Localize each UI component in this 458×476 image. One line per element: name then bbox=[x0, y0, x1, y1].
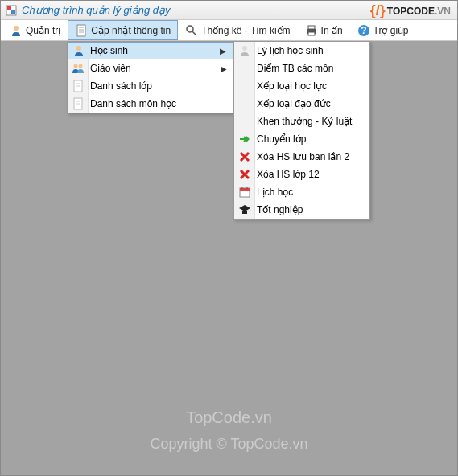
svg-rect-12 bbox=[308, 32, 315, 35]
search-icon bbox=[185, 24, 198, 37]
watermark-text-1: TopCode.vn bbox=[1, 408, 457, 427]
svg-rect-4 bbox=[77, 25, 85, 36]
item-xep-loai-hoc-luc[interactable]: Xếp loại học lực bbox=[234, 77, 369, 95]
menu-label: Thống kê - Tìm kiếm bbox=[201, 25, 290, 36]
dropdown-item-label: Lịch học bbox=[257, 187, 293, 198]
menu-in-an[interactable]: In ấn bbox=[298, 20, 350, 40]
svg-rect-26 bbox=[240, 188, 250, 191]
menu-thong-ke[interactable]: Thống kê - Tìm kiếm bbox=[178, 20, 297, 40]
watermark-text-2: Copyright © TopCode.vn bbox=[1, 436, 457, 453]
app-window: Chương trình quản lý giảng dạy {/} TOPCO… bbox=[0, 0, 458, 476]
dropdown-item-label: Lý lịch học sinh bbox=[257, 45, 324, 56]
logo-text-2: .VN bbox=[435, 6, 451, 17]
item-chuyen-lop[interactable]: Chuyển lớp bbox=[234, 130, 369, 148]
page-icon bbox=[72, 80, 85, 92]
svg-text:?: ? bbox=[361, 25, 366, 36]
dropdown-item-label: Tốt nghiệp bbox=[257, 204, 303, 215]
dropdown-item-label: Chuyển lớp bbox=[257, 133, 306, 145]
dropdown-item-label: Học sinh bbox=[90, 45, 128, 56]
svg-point-3 bbox=[14, 26, 19, 31]
users-icon bbox=[72, 62, 85, 75]
chevron-right-icon: ▶ bbox=[220, 47, 226, 55]
item-khen-thuong[interactable]: Khen thưởng - Kỷ luật bbox=[234, 113, 369, 130]
dropdown-cap-nhat: Học sinh ▶ Giáo viên ▶ Danh sách lớp Dan… bbox=[67, 41, 234, 113]
window-icon bbox=[6, 5, 17, 16]
menu-label: Trợ giúp bbox=[373, 25, 409, 36]
dropdown-item-label: Danh sách lớp bbox=[90, 80, 152, 92]
menu-label: Quản trị bbox=[26, 25, 60, 36]
menu-cap-nhat[interactable]: Cập nhật thông tin bbox=[68, 20, 178, 40]
submenu-hoc-sinh[interactable]: Học sinh ▶ bbox=[68, 42, 233, 60]
menu-label: Cập nhật thông tin bbox=[91, 25, 171, 36]
document-icon bbox=[75, 24, 88, 37]
svg-point-24 bbox=[242, 46, 247, 51]
svg-line-9 bbox=[192, 31, 196, 35]
help-icon: ? bbox=[357, 24, 370, 37]
item-xep-loai-dao-duc[interactable]: Xếp loại đạo đức bbox=[234, 95, 369, 113]
printer-icon bbox=[305, 24, 318, 37]
logo-bracket-icon: {/} bbox=[370, 2, 386, 19]
chevron-right-icon: ▶ bbox=[221, 64, 227, 73]
submenu-giao-vien[interactable]: Giáo viên ▶ bbox=[68, 60, 233, 77]
logo-text-1: TOPCODE bbox=[387, 6, 435, 17]
item-ly-lich[interactable]: Lý lịch học sinh bbox=[234, 42, 369, 60]
svg-point-8 bbox=[187, 26, 193, 32]
svg-rect-11 bbox=[308, 26, 315, 29]
menu-label: In ấn bbox=[321, 25, 343, 36]
svg-rect-1 bbox=[7, 6, 11, 10]
dropdown-item-label: Khen thưởng - Kỷ luật bbox=[257, 116, 352, 127]
submenu-danh-sach-mon-hoc[interactable]: Danh sách môn học bbox=[68, 95, 233, 113]
dropdown-hoc-sinh: Lý lịch học sinh Điểm TB các môn Xếp loạ… bbox=[233, 41, 370, 220]
svg-point-17 bbox=[79, 64, 83, 68]
page-icon bbox=[72, 97, 85, 110]
graduation-icon bbox=[238, 203, 251, 216]
user-blue-icon bbox=[72, 44, 85, 57]
calendar-icon bbox=[238, 186, 251, 199]
item-tot-nghiep[interactable]: Tốt nghiệp bbox=[234, 201, 369, 219]
dropdown-item-label: Danh sách môn học bbox=[90, 98, 176, 109]
svg-rect-2 bbox=[11, 10, 15, 14]
dropdown-item-label: Xóa HS lưu ban lần 2 bbox=[257, 151, 349, 162]
item-xoa-luu-ban[interactable]: Xóa HS lưu ban lần 2 bbox=[234, 148, 369, 166]
dropdown-item-label: Xếp loại đạo đức bbox=[257, 98, 331, 109]
svg-point-15 bbox=[76, 46, 81, 51]
svg-point-16 bbox=[74, 64, 78, 68]
dropdown-item-label: Xóa HS lớp 12 bbox=[257, 169, 320, 180]
x-red-icon bbox=[238, 168, 251, 181]
dropdown-item-label: Xếp loại học lực bbox=[257, 80, 327, 92]
submenu-danh-sach-lop[interactable]: Danh sách lớp bbox=[68, 77, 233, 95]
user-icon bbox=[10, 24, 23, 37]
user-gray-icon bbox=[238, 44, 251, 57]
arrow-right-icon bbox=[238, 133, 251, 146]
dropdown-item-label: Điểm TB các môn bbox=[257, 63, 333, 74]
logo: {/} TOPCODE.VN bbox=[370, 2, 451, 19]
item-diem-tb[interactable]: Điểm TB các môn bbox=[234, 60, 369, 77]
menu-quan-tri[interactable]: Quản trị bbox=[2, 20, 68, 40]
menubar: Quản trị Cập nhật thông tin Thống kê - T… bbox=[1, 20, 457, 41]
dropdown-item-label: Giáo viên bbox=[90, 63, 131, 74]
svg-rect-29 bbox=[242, 211, 247, 214]
x-red-icon bbox=[238, 150, 251, 163]
item-xoa-lop-12[interactable]: Xóa HS lớp 12 bbox=[234, 166, 369, 183]
menu-tro-giup[interactable]: ? Trợ giúp bbox=[350, 20, 416, 40]
item-lich-hoc[interactable]: Lịch học bbox=[234, 183, 369, 201]
titlebar: Chương trình quản lý giảng dạy {/} TOPCO… bbox=[1, 1, 457, 20]
